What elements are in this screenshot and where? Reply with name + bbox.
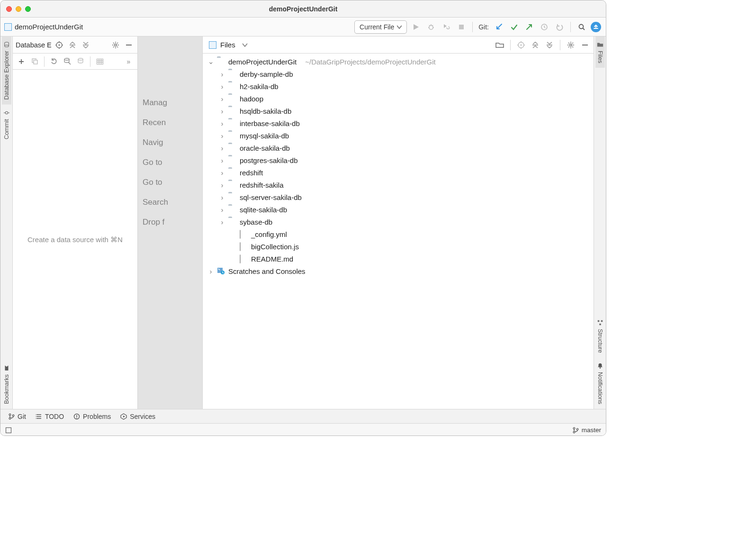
tree-folder[interactable]: ›h2-sakila-db — [203, 80, 594, 92]
select-opened-icon[interactable] — [515, 39, 527, 51]
tree-folder[interactable]: ›sqlite-sakila-db — [203, 203, 594, 216]
chevron-right-icon[interactable]: › — [219, 70, 225, 78]
git-history-button[interactable] — [538, 21, 550, 33]
problems-icon — [73, 413, 80, 420]
stripe-commit[interactable]: Commit — [2, 105, 11, 144]
stripe-label: Notifications — [597, 372, 603, 404]
chevron-right-icon[interactable]: › — [219, 95, 225, 103]
bottom-tab-git[interactable]: Git — [8, 413, 26, 420]
db-empty-hint: Create a data source with ⌘N — [27, 235, 123, 245]
collapse-all-icon[interactable] — [544, 39, 555, 51]
stripe-bookmarks[interactable]: Bookmarks — [2, 360, 11, 409]
chevron-right-icon[interactable]: › — [219, 132, 225, 140]
todo-icon — [36, 413, 42, 420]
run-more-button[interactable] — [440, 21, 452, 33]
stop-button[interactable] — [455, 21, 468, 33]
chevron-right-icon[interactable]: › — [219, 107, 225, 115]
git-rollback-button[interactable] — [553, 21, 566, 33]
tree-folder[interactable]: ›derby-sample-db — [203, 68, 594, 80]
tree-node-label: bigCollection.js — [251, 243, 299, 251]
chevron-right-icon[interactable]: › — [219, 144, 225, 152]
tree-scratches[interactable]: › Scratches and Consoles — [203, 265, 594, 277]
tree-folder[interactable]: ›redshift-sakila — [203, 179, 594, 191]
left-tool-stripe: Database Explorer Commit Bookmarks — [0, 36, 13, 409]
git-push-button[interactable] — [523, 21, 535, 33]
stripe-files[interactable]: Files — [595, 36, 605, 68]
chevron-right-icon[interactable]: › — [219, 193, 225, 201]
gear-icon[interactable] — [110, 39, 121, 51]
svg-line-59 — [568, 46, 569, 47]
tree-folder[interactable]: ›postgres-sakila-db — [203, 154, 594, 166]
tree-folder[interactable]: ›redshift — [203, 166, 594, 179]
tree-folder[interactable]: ›sybase-db — [203, 216, 594, 228]
stripe-notifications[interactable]: Notifications — [595, 358, 605, 409]
refresh-icon[interactable] — [48, 56, 60, 67]
hide-panel-icon[interactable] — [579, 39, 591, 51]
tree-folder[interactable]: ›oracle-sakila-db — [203, 142, 594, 154]
bookmark-icon — [3, 365, 10, 372]
tree-file[interactable]: bigCollection.js — [203, 240, 594, 253]
run-button[interactable] — [410, 21, 422, 33]
svg-line-4 — [429, 25, 430, 26]
open-folder-icon[interactable] — [494, 39, 505, 51]
gear-icon[interactable] — [565, 39, 576, 51]
files-tree[interactable]: ⌄ demoProjectUnderGit ~/DataGripProjects… — [203, 54, 594, 409]
table-icon[interactable] — [94, 56, 106, 67]
tree-folder[interactable]: ›sql-server-sakila-db — [203, 191, 594, 203]
hide-panel-icon[interactable] — [123, 39, 135, 51]
more-icon[interactable]: » — [123, 56, 135, 67]
chevron-right-icon[interactable]: › — [219, 119, 225, 127]
stripe-database-explorer[interactable]: Database Explorer — [2, 36, 11, 105]
bottom-tab-services[interactable]: Services — [120, 413, 155, 420]
tree-root[interactable]: ⌄ demoProjectUnderGit ~/DataGripProjects… — [203, 55, 594, 68]
commit-icon — [3, 109, 10, 116]
chevron-right-icon[interactable]: › — [219, 206, 225, 214]
debug-button[interactable] — [425, 21, 437, 33]
files-panel-header: Files — [203, 36, 594, 54]
svg-line-56 — [568, 43, 569, 44]
git-branch-widget[interactable]: master — [572, 426, 601, 434]
svg-rect-64 — [601, 320, 603, 322]
run-config-combo[interactable]: Current File — [354, 20, 407, 34]
files-view-combo[interactable]: Files — [206, 39, 251, 50]
chevron-right-icon[interactable]: › — [219, 82, 225, 91]
collapse-all-icon[interactable] — [80, 39, 91, 51]
db-target-icon[interactable] — [54, 39, 65, 51]
branch-icon — [8, 413, 15, 420]
add-icon[interactable] — [16, 56, 27, 67]
bottom-tab-todo[interactable]: TODO — [36, 413, 64, 420]
chevron-right-icon[interactable]: › — [219, 218, 225, 226]
db-stop-icon[interactable] — [75, 56, 86, 67]
db-wrench-icon[interactable] — [62, 56, 73, 67]
stripe-structure[interactable]: Structure — [595, 315, 605, 358]
git-commit-button[interactable] — [508, 21, 520, 33]
tab-label: Problems — [83, 413, 111, 420]
chevron-right-icon[interactable]: › — [207, 267, 214, 275]
tool-windows-toggle-icon[interactable] — [5, 427, 12, 434]
tab-label: TODO — [45, 413, 64, 420]
svg-point-78 — [76, 417, 77, 418]
ide-update-button[interactable] — [591, 22, 601, 32]
chevron-down-icon — [397, 25, 402, 29]
chevron-right-icon[interactable]: › — [219, 156, 225, 164]
svg-rect-6 — [459, 25, 464, 29]
git-update-button[interactable] — [493, 21, 505, 33]
tree-folder[interactable]: ›hsqldb-sakila-db — [203, 105, 594, 117]
copy-icon[interactable] — [29, 56, 40, 67]
tree-folder[interactable]: ›hadoop — [203, 92, 594, 105]
chevron-down-icon[interactable]: ⌄ — [207, 57, 214, 66]
search-everywhere-button[interactable] — [576, 21, 588, 33]
tree-file[interactable]: _config.yml — [203, 228, 594, 240]
tree-file[interactable]: README.md — [203, 253, 594, 265]
tree-folder[interactable]: ›mysql-sakila-db — [203, 129, 594, 142]
tree-folder[interactable]: ›interbase-sakila-db — [203, 117, 594, 129]
bottom-tab-problems[interactable]: Problems — [73, 413, 111, 420]
tree-node-label: sqlite-sakila-db — [240, 206, 287, 214]
bottom-tool-stripe: Git TODO Problems Services — [0, 409, 606, 423]
expand-all-icon[interactable] — [530, 39, 541, 51]
file-icon — [240, 230, 241, 239]
breadcrumb[interactable]: demoProjectUnderGit — [4, 23, 83, 31]
chevron-right-icon[interactable]: › — [219, 181, 225, 189]
chevron-right-icon[interactable]: › — [219, 169, 225, 177]
expand-all-icon[interactable] — [67, 39, 78, 51]
